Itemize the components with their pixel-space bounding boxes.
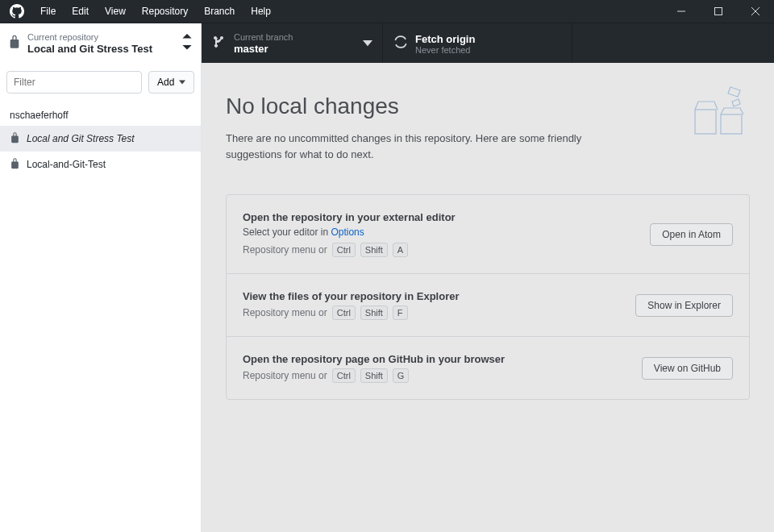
page-subtitle: There are no uncommitted changes in this…	[226, 131, 637, 162]
suggestion-cards: Open the repository in your external edi…	[226, 194, 750, 400]
card-action-button[interactable]: Open in Atom	[650, 223, 733, 246]
close-button[interactable]	[737, 0, 774, 23]
menu-help[interactable]: Help	[243, 0, 279, 23]
kbd-key: Shift	[360, 243, 388, 257]
card-title: Open the repository page on GitHub in yo…	[243, 353, 505, 365]
kbd-key: F	[393, 305, 408, 320]
title-bar: File Edit View Repository Branch Help	[0, 0, 774, 23]
sidebar-section-label: nschaeferhoff	[0, 102, 201, 126]
card-subtext: Select your editor in Options	[243, 227, 456, 238]
kbd-key: Shift	[360, 305, 388, 320]
fetch-button[interactable]: Fetch origin Never fetched	[383, 23, 572, 63]
sidebar: Add nschaeferhoff Local and Git Stress T…	[0, 63, 202, 532]
menu-branch[interactable]: Branch	[196, 0, 243, 23]
card-action-button[interactable]: Show in Explorer	[635, 294, 733, 317]
fetch-status: Never fetched	[415, 45, 475, 55]
card-hint: Repository menu or Ctrl Shift A	[243, 243, 456, 257]
card-action-button[interactable]: View on GitHub	[642, 357, 733, 380]
github-logo-icon	[10, 4, 24, 19]
repo-list-item-name: Local-and-Git-Test	[27, 159, 106, 170]
page-title: No local changes	[226, 94, 750, 119]
kbd-key: Ctrl	[332, 368, 356, 383]
repo-dropdown[interactable]: Current repository Local and Git Stress …	[0, 23, 202, 63]
menu-view[interactable]: View	[97, 0, 134, 23]
suggestion-card: Open the repository page on GitHub in yo…	[227, 337, 749, 399]
kbd-key: G	[393, 368, 410, 383]
chevron-down-icon	[363, 38, 372, 49]
repo-dropdown-label: Current repository	[27, 32, 181, 42]
git-branch-icon	[213, 35, 226, 51]
menu-file[interactable]: File	[32, 0, 64, 23]
options-link[interactable]: Options	[331, 227, 364, 238]
toolbar-spacer	[572, 23, 774, 63]
branch-dropdown[interactable]: Current branch master	[202, 23, 383, 63]
add-button-label: Add	[157, 77, 174, 88]
repo-dropdown-value: Local and Git Stress Test	[27, 43, 181, 55]
branch-dropdown-value: master	[234, 43, 293, 55]
card-hint: Repository menu or Ctrl Shift F	[243, 305, 460, 320]
kbd-key: Ctrl	[332, 305, 356, 320]
kbd-key: Ctrl	[332, 243, 356, 257]
chevron-up-down-icon	[181, 34, 193, 52]
svg-rect-1	[715, 8, 722, 15]
menu-items: File Edit View Repository Branch Help	[32, 0, 279, 23]
repo-list-item[interactable]: Local and Git Stress Test	[0, 126, 201, 152]
add-button[interactable]: Add	[148, 71, 194, 94]
card-title: Open the repository in your external edi…	[243, 211, 456, 223]
branch-dropdown-label: Current branch	[234, 32, 293, 42]
maximize-button[interactable]	[700, 0, 737, 23]
kbd-key: Shift	[360, 368, 388, 383]
suggestion-card: View the files of your repository in Exp…	[227, 274, 749, 337]
repo-list-item[interactable]: Local-and-Git-Test	[0, 152, 201, 177]
repo-list-item-name: Local and Git Stress Test	[27, 133, 135, 144]
sync-icon	[394, 35, 407, 51]
card-hint: Repository menu or Ctrl Shift G	[243, 368, 505, 383]
menu-edit[interactable]: Edit	[64, 0, 97, 23]
lock-icon	[10, 156, 20, 172]
chevron-down-icon	[179, 79, 185, 85]
suggestion-card: Open the repository in your external edi…	[227, 195, 749, 274]
lock-icon	[8, 33, 21, 52]
main-pane: No local changes There are no uncommitte…	[202, 63, 774, 532]
filter-input[interactable]	[6, 71, 142, 94]
svg-rect-5	[721, 114, 742, 134]
card-title: View the files of your repository in Exp…	[243, 290, 460, 302]
toolbar: Current repository Local and Git Stress …	[0, 23, 774, 63]
svg-rect-4	[695, 110, 716, 134]
fetch-label: Fetch origin	[415, 33, 475, 45]
window-controls	[663, 0, 774, 23]
empty-state-illustration	[690, 77, 755, 142]
lock-icon	[10, 131, 20, 147]
kbd-key: A	[393, 243, 408, 257]
minimize-button[interactable]	[663, 0, 700, 23]
menu-repository[interactable]: Repository	[134, 0, 196, 23]
